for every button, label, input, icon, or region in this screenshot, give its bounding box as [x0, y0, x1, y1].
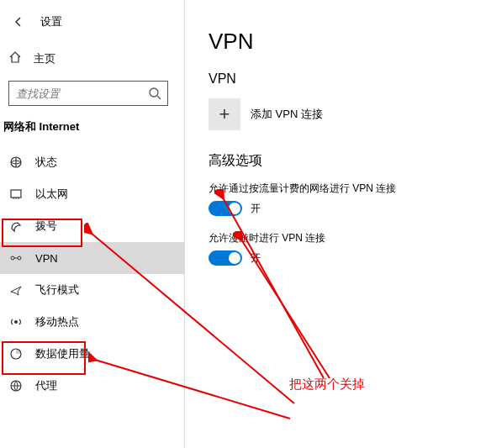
toggle-roaming-row: 开 [209, 250, 474, 266]
search-box [8, 81, 168, 106]
sidebar-item-proxy[interactable]: 代理 [0, 370, 184, 402]
svg-line-1 [157, 96, 161, 99]
annotation-text: 把这两个关掉 [289, 377, 365, 393]
home-label: 主页 [34, 51, 55, 66]
toggle-metered-state: 开 [251, 202, 261, 216]
home-icon [8, 50, 22, 67]
advanced-heading: 高级选项 [209, 152, 474, 170]
dialup-icon [8, 219, 24, 233]
toggle-metered-row: 开 [209, 201, 474, 216]
airplane-icon [8, 283, 24, 297]
sidebar-item-label: 数据使用量 [35, 346, 90, 361]
header-row: 设置 [0, 7, 184, 37]
vpn-icon [8, 251, 24, 265]
back-button[interactable] [8, 12, 29, 32]
sidebar-item-label: 代理 [35, 378, 57, 393]
sidebar-item-datausage[interactable]: 数据使用量 [0, 338, 184, 370]
toggle-roaming-state: 开 [251, 251, 261, 266]
sidebar-item-label: VPN [35, 252, 58, 265]
status-icon [8, 155, 24, 169]
hotspot-icon [8, 315, 24, 329]
svg-point-8 [11, 256, 14, 260]
sidebar: 设置 主页 网络和 Internet 状态 以太网 拨号 [0, 0, 185, 448]
nav-list: 状态 以太网 拨号 VPN 飞行模式 移动热点 数据使用量 代理 [0, 146, 184, 402]
opt-roaming-label: 允许漫游时进行 VPN 连接 [209, 231, 474, 245]
home-row[interactable]: 主页 [0, 44, 184, 74]
toggle-metered[interactable] [209, 201, 242, 216]
search-icon [147, 86, 162, 104]
sidebar-item-ethernet[interactable]: 以太网 [0, 178, 184, 210]
sidebar-item-label: 移动热点 [35, 314, 79, 329]
sidebar-item-vpn[interactable]: VPN [0, 242, 184, 274]
svg-point-9 [18, 256, 21, 260]
sidebar-item-label: 飞行模式 [35, 282, 79, 298]
svg-rect-4 [11, 190, 21, 198]
datausage-icon [8, 347, 24, 361]
settings-label: 设置 [40, 14, 62, 29]
sidebar-item-label: 以太网 [35, 187, 68, 202]
sidebar-item-hotspot[interactable]: 移动热点 [0, 306, 184, 338]
toggle-roaming[interactable] [209, 250, 242, 266]
search-wrap [0, 74, 184, 114]
sidebar-item-label: 状态 [35, 155, 57, 170]
page-title: VPN [209, 29, 474, 55]
add-vpn-row[interactable]: + 添加 VPN 连接 [209, 98, 474, 130]
page-subtitle: VPN [209, 71, 474, 87]
proxy-icon [8, 379, 24, 393]
ethernet-icon [8, 187, 24, 201]
add-vpn-label: 添加 VPN 连接 [251, 107, 323, 122]
sidebar-item-label: 拨号 [35, 219, 57, 234]
sidebar-item-status[interactable]: 状态 [0, 146, 184, 178]
opt-metered-label: 允许通过按流量计费的网络进行 VPN 连接 [209, 182, 474, 196]
sidebar-item-airplane[interactable]: 飞行模式 [0, 274, 184, 306]
svg-point-11 [14, 320, 18, 324]
arrow-left-icon [13, 16, 24, 28]
search-input[interactable] [9, 82, 167, 105]
section-heading: 网络和 Internet [0, 114, 184, 146]
plus-icon: + [209, 98, 240, 130]
svg-point-0 [150, 88, 158, 97]
sidebar-item-dialup[interactable]: 拨号 [0, 210, 184, 242]
